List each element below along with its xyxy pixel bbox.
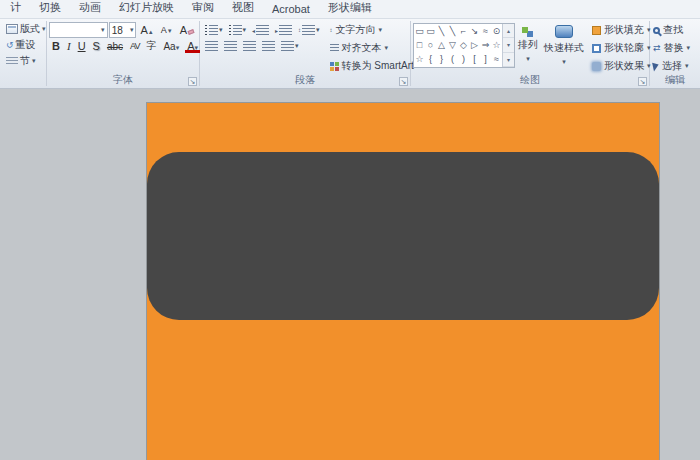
italic-button[interactable]: I bbox=[64, 40, 74, 52]
replace-button[interactable]: ⇄ 替换 ▾ bbox=[652, 39, 698, 57]
shape-icon[interactable]: } bbox=[436, 52, 447, 66]
bold-button[interactable]: B bbox=[49, 40, 63, 52]
layout-button[interactable]: 版式 ▾ bbox=[2, 21, 44, 37]
shape-icon[interactable]: ⇒ bbox=[480, 38, 491, 52]
smartart-label: 转换为 SmartArt bbox=[342, 59, 414, 73]
text-direction-button[interactable]: ↕ 文字方向 ▾ bbox=[327, 21, 424, 39]
shape-effects-label: 形状效果 bbox=[604, 59, 644, 73]
shape-icon[interactable]: ▭ bbox=[425, 24, 436, 38]
text-direction-icon: ↕ bbox=[330, 27, 333, 33]
shape-icon[interactable]: ⌐ bbox=[458, 24, 469, 38]
arrow-up-icon: ▲ bbox=[148, 29, 154, 35]
tab-acrobat[interactable]: Acrobat bbox=[263, 1, 319, 18]
shape-icon[interactable]: ☆ bbox=[491, 38, 502, 52]
reset-button[interactable]: ↺ 重设 bbox=[2, 37, 44, 53]
shape-icon[interactable]: ] bbox=[480, 52, 491, 66]
slides-group: 版式 ▾ ↺ 重设 节 ▾ bbox=[0, 19, 46, 88]
chevron-down-icon: ▾ bbox=[379, 26, 383, 34]
tab-review[interactable]: 审阅 bbox=[183, 0, 223, 18]
strikethrough-button[interactable]: abc bbox=[104, 41, 126, 52]
updown-arrow-icon: ↕ bbox=[298, 27, 301, 33]
character-spacing-button[interactable]: AV bbox=[127, 41, 142, 51]
tab-transitions[interactable]: 切换 bbox=[30, 0, 70, 18]
align-center-button[interactable] bbox=[221, 39, 240, 53]
justify-button[interactable] bbox=[259, 39, 278, 53]
shape-icon[interactable]: ╲ bbox=[447, 24, 458, 38]
reset-label: 重设 bbox=[16, 38, 36, 52]
find-button[interactable]: 查找 bbox=[652, 21, 698, 39]
chevron-down-icon: ▾ bbox=[687, 44, 691, 52]
shape-icon[interactable]: ╲ bbox=[436, 24, 447, 38]
line-spacing-button[interactable]: ↕▾ bbox=[295, 23, 323, 37]
change-case-button[interactable]: Aa ▾ bbox=[160, 41, 182, 52]
font-dialog-launcher[interactable]: ↘ bbox=[188, 77, 197, 86]
tab-slideshow[interactable]: 幻灯片放映 bbox=[110, 0, 183, 18]
find-label: 查找 bbox=[663, 23, 683, 37]
bullets-button[interactable]: ▾ bbox=[202, 23, 226, 37]
align-left-icon bbox=[205, 41, 218, 51]
shape-icon[interactable]: □ bbox=[414, 38, 425, 52]
chevron-down-icon: ▾ bbox=[130, 26, 134, 34]
shape-icon[interactable]: ≈ bbox=[491, 52, 502, 66]
shape-icon[interactable]: ▷ bbox=[469, 38, 480, 52]
reset-icon: ↺ bbox=[6, 40, 14, 50]
tab-animations[interactable]: 动画 bbox=[70, 0, 110, 18]
chevron-down-icon: ▾ bbox=[194, 44, 198, 52]
font-color-letter: A bbox=[187, 40, 194, 52]
shape-icon[interactable]: ▽ bbox=[447, 38, 458, 52]
increase-indent-button[interactable]: ▸ bbox=[272, 23, 295, 37]
shrink-font-button[interactable]: A ▼ bbox=[158, 25, 176, 35]
align-right-icon bbox=[243, 41, 256, 51]
align-right-button[interactable] bbox=[240, 39, 259, 53]
tab-view[interactable]: 视图 bbox=[223, 0, 263, 18]
gallery-scroll-up-button[interactable]: ▴ bbox=[503, 24, 514, 38]
drawing-group-label: 绘图 bbox=[411, 73, 649, 87]
rounded-rectangle-shape[interactable] bbox=[147, 152, 659, 320]
shape-icon[interactable]: ( bbox=[447, 52, 458, 66]
columns-button[interactable]: ▾ bbox=[278, 39, 302, 53]
shape-icon[interactable]: ) bbox=[458, 52, 469, 66]
shape-icon[interactable]: ⊙ bbox=[491, 24, 502, 38]
quick-styles-button[interactable]: 快速样式 ▾ bbox=[541, 21, 587, 74]
underline-button[interactable]: U bbox=[75, 40, 89, 52]
shape-icon[interactable]: { bbox=[425, 52, 436, 66]
tab-shape-edit[interactable]: 形状编辑 bbox=[319, 0, 381, 18]
shape-icon[interactable]: ◇ bbox=[458, 38, 469, 52]
font-name-combo[interactable]: ▾ bbox=[49, 22, 108, 38]
chevron-down-icon: ▾ bbox=[526, 55, 530, 63]
font-size-value: 18 bbox=[112, 25, 123, 36]
align-text-button[interactable]: 对齐文本 ▾ bbox=[327, 39, 424, 57]
shape-icon[interactable]: △ bbox=[436, 38, 447, 52]
text-shadow-button[interactable]: S bbox=[90, 40, 103, 52]
shape-icon[interactable]: [ bbox=[469, 52, 480, 66]
chevron-down-icon: ▾ bbox=[219, 26, 223, 34]
grow-font-button[interactable]: A ▲ bbox=[137, 24, 156, 36]
gallery-scroll-down-button[interactable]: ▾ bbox=[503, 38, 514, 52]
tab-design-partial[interactable]: 计 bbox=[1, 0, 30, 18]
clear-format-letter: A bbox=[180, 24, 187, 36]
shape-outline-label: 形状轮廓 bbox=[604, 41, 644, 55]
shape-icon[interactable]: ↘ bbox=[469, 24, 480, 38]
drawing-dialog-launcher[interactable]: ↘ bbox=[638, 77, 647, 86]
shape-icon[interactable]: ▭ bbox=[414, 24, 425, 38]
indent-right-icon: ▸ bbox=[275, 27, 278, 34]
font-size-combo[interactable]: 18 ▾ bbox=[109, 22, 137, 38]
numbering-button[interactable]: ▾ bbox=[226, 23, 250, 37]
shape-icon[interactable]: ○ bbox=[425, 38, 436, 52]
slide[interactable] bbox=[147, 103, 659, 460]
character-style-button[interactable]: 字 bbox=[143, 39, 159, 53]
align-left-button[interactable] bbox=[202, 39, 221, 53]
shape-icon[interactable]: ≈ bbox=[480, 24, 491, 38]
ribbon-tab-bar: 计 切换 动画 幻灯片放映 审阅 视图 Acrobat 形状编辑 bbox=[0, 0, 700, 19]
section-button[interactable]: 节 ▾ bbox=[2, 53, 44, 69]
layout-label: 版式 bbox=[20, 22, 40, 36]
decrease-indent-button[interactable]: ◂ bbox=[249, 23, 272, 37]
clear-formatting-button[interactable]: A bbox=[177, 24, 197, 36]
paragraph-dialog-launcher[interactable]: ↘ bbox=[399, 77, 408, 86]
slide-editing-area[interactable] bbox=[0, 90, 700, 460]
shape-fill-button[interactable]: 形状填充 ▾ bbox=[589, 21, 654, 39]
shape-outline-button[interactable]: 形状轮廓 ▾ bbox=[589, 39, 654, 57]
arrange-button[interactable]: 排列 ▾ bbox=[515, 21, 541, 74]
shape-icon[interactable]: ☆ bbox=[414, 52, 425, 66]
gallery-more-button[interactable]: ▾ bbox=[503, 53, 514, 67]
